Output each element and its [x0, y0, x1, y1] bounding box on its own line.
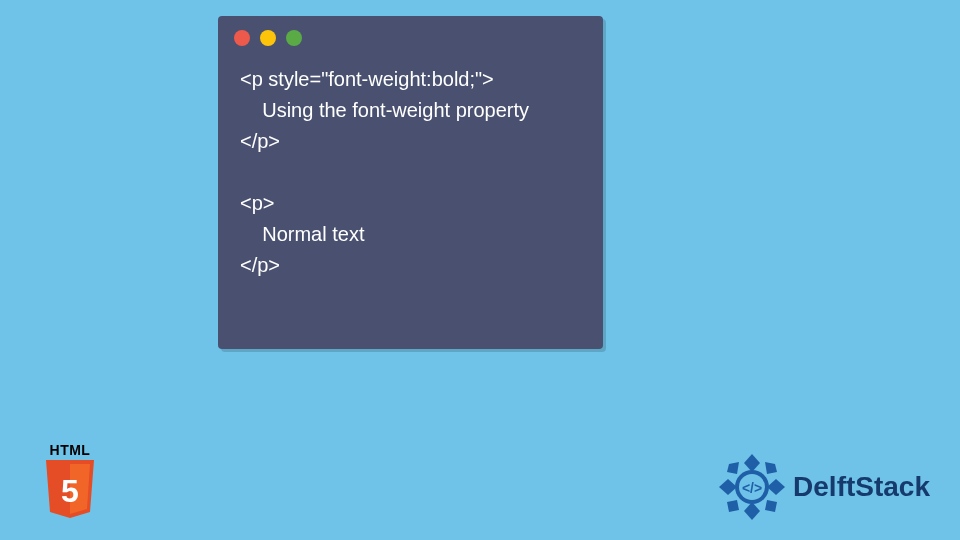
svg-text:</>: </> [742, 480, 762, 496]
close-icon [234, 30, 250, 46]
delftstack-logo-icon: </> [717, 452, 787, 522]
delftstack-watermark: </> DelftStack [717, 452, 930, 522]
svg-marker-8 [727, 500, 739, 512]
html5-shield-icon: 5 [44, 460, 96, 518]
svg-marker-5 [767, 479, 785, 495]
svg-marker-3 [744, 502, 760, 520]
html5-label: HTML [40, 442, 100, 458]
svg-marker-2 [744, 454, 760, 472]
html5-badge: HTML 5 [40, 442, 100, 518]
code-window: <p style="font-weight:bold;"> Using the … [218, 16, 603, 349]
maximize-icon [286, 30, 302, 46]
svg-marker-7 [765, 462, 777, 474]
delftstack-text: DelftStack [793, 471, 930, 503]
svg-marker-6 [727, 462, 739, 474]
code-block: <p style="font-weight:bold;"> Using the … [218, 52, 603, 293]
window-titlebar [218, 16, 603, 52]
html5-number: 5 [61, 473, 79, 509]
svg-marker-4 [719, 479, 737, 495]
svg-marker-9 [765, 500, 777, 512]
minimize-icon [260, 30, 276, 46]
